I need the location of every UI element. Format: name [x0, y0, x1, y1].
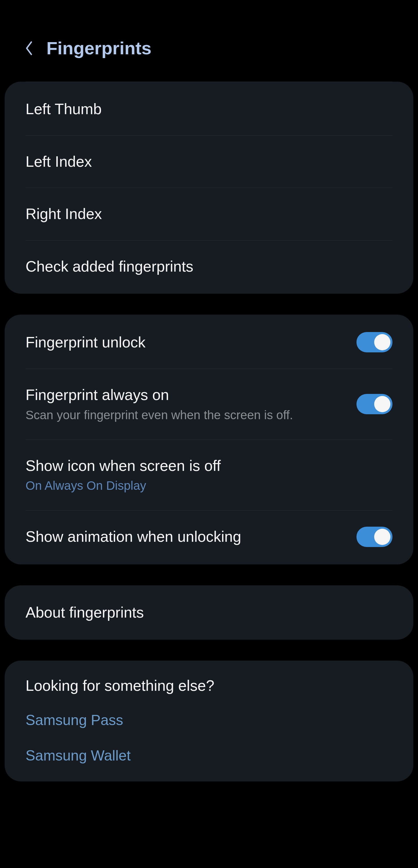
about-card: About fingerprints — [5, 585, 413, 640]
fingerprint-unlock-row[interactable]: Fingerprint unlock — [26, 315, 392, 369]
about-title: About fingerprints — [26, 603, 392, 623]
fingerprint-item[interactable]: Left Index — [26, 136, 392, 188]
show-animation-row[interactable]: Show animation when unlocking — [26, 510, 392, 564]
check-added-fingerprints[interactable]: Check added fingerprints — [26, 241, 392, 294]
samsung-wallet-link[interactable]: Samsung Wallet — [26, 738, 392, 781]
about-fingerprints-row[interactable]: About fingerprints — [26, 585, 392, 640]
settings-card: Fingerprint unlock Fingerprint always on… — [5, 315, 413, 564]
header: Fingerprints — [0, 0, 418, 82]
fingerprint-label: Left Index — [26, 152, 392, 172]
fingerprint-always-on-toggle[interactable] — [356, 394, 392, 414]
setting-title: Show animation when unlocking — [26, 527, 356, 547]
more-card: Looking for something else? Samsung Pass… — [5, 660, 413, 781]
setting-value: On Always On Display — [26, 478, 392, 494]
check-label: Check added fingerprints — [26, 257, 392, 277]
link-label: Samsung Wallet — [26, 747, 392, 764]
samsung-pass-link[interactable]: Samsung Pass — [26, 703, 392, 738]
show-animation-toggle[interactable] — [356, 527, 392, 547]
setting-subtitle: Scan your fingerprint even when the scre… — [26, 407, 356, 423]
fingerprint-item[interactable]: Right Index — [26, 188, 392, 241]
fingerprint-always-on-row[interactable]: Fingerprint always on Scan your fingerpr… — [26, 369, 392, 439]
show-icon-row[interactable]: Show icon when screen is off On Always O… — [26, 440, 392, 510]
fingerprint-item[interactable]: Left Thumb — [26, 82, 392, 136]
fingerprints-card: Left Thumb Left Index Right Index Check … — [5, 82, 413, 294]
fingerprint-label: Right Index — [26, 204, 392, 224]
setting-title: Fingerprint always on — [26, 385, 356, 405]
back-button[interactable] — [23, 39, 35, 57]
page-title: Fingerprints — [46, 38, 152, 58]
chevron-left-icon — [24, 40, 34, 56]
more-heading: Looking for something else? — [26, 660, 392, 703]
setting-title: Fingerprint unlock — [26, 333, 356, 352]
fingerprint-label: Left Thumb — [26, 99, 392, 119]
link-label: Samsung Pass — [26, 712, 392, 728]
fingerprint-unlock-toggle[interactable] — [356, 332, 392, 352]
setting-title: Show icon when screen is off — [26, 456, 392, 476]
